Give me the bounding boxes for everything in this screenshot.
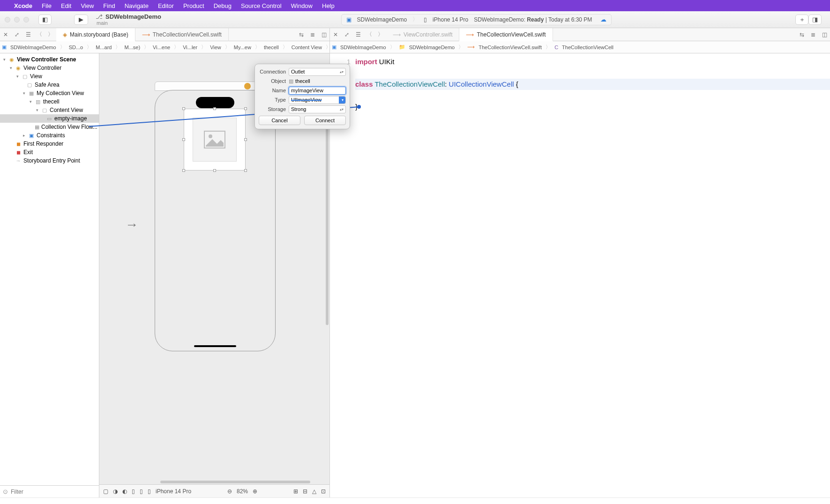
jump-segment[interactable]: SDWebImageDemo (338, 44, 388, 50)
jump-segment[interactable]: thecell (262, 44, 281, 50)
jump-segment[interactable]: My...ew (232, 44, 253, 50)
cancel-button[interactable]: Cancel (259, 116, 300, 125)
vc-icon[interactable] (244, 83, 251, 89)
outline-content-view[interactable]: ▾▢Content View (0, 106, 99, 114)
outline-entry-point[interactable]: →Storyboard Entry Point (0, 156, 99, 165)
menubar-app[interactable]: Xcode (14, 2, 32, 9)
activity-status-bar[interactable]: ▣ SDWebImageDemo 〉 ▯ iPhone 14 Pro SDWeb… (341, 14, 612, 25)
device-variant-button[interactable]: ▯ (140, 488, 143, 495)
canvas-device-label[interactable]: iPhone 14 Pro (156, 488, 191, 495)
resize-handle[interactable] (213, 169, 216, 172)
minimap-button[interactable]: ≣ (808, 30, 819, 40)
menu-source-control[interactable]: Source Control (241, 2, 282, 9)
library-button[interactable]: ＋ (795, 15, 808, 25)
zoom-window-icon[interactable] (23, 17, 29, 22)
close-window-icon[interactable] (5, 17, 10, 22)
jump-segment[interactable]: SD...o (67, 44, 85, 50)
outline-view-controller[interactable]: ▾◉View Controller (0, 64, 99, 72)
expand-editor-button[interactable]: ⤢ (341, 30, 352, 40)
canvas-options-button[interactable]: ◑ (113, 488, 118, 495)
selected-image-view[interactable] (184, 109, 246, 170)
connect-button[interactable]: Connect (304, 116, 346, 125)
expand-editor-button[interactable]: ⤢ (11, 30, 22, 40)
toggle-outline-button[interactable]: ▢ (103, 488, 108, 495)
embed-button[interactable]: ⊡ (321, 488, 326, 495)
resize-handle[interactable] (182, 107, 185, 110)
jump-segment[interactable]: TheCollectionViewCell.swift (477, 44, 544, 50)
add-editor-button[interactable]: ◫ (318, 30, 329, 40)
nav-forward-button[interactable]: 〉 (45, 30, 56, 40)
popover-type-select[interactable]: UIImageView▾ (289, 96, 346, 104)
menu-window[interactable]: Window (291, 2, 313, 9)
jump-segment[interactable]: SDWebImageDemo (8, 44, 58, 50)
resize-handle[interactable] (182, 138, 185, 141)
popover-connection-select[interactable]: Outlet▴▾ (289, 68, 346, 76)
add-editor-button[interactable]: ◫ (819, 30, 830, 40)
tab-viewcontroller-swift[interactable]: ⟶ ViewController.swift (386, 28, 459, 41)
menu-product[interactable]: Product (183, 2, 204, 9)
outline-first-responder[interactable]: ◼First Responder (0, 140, 99, 148)
resize-handle[interactable] (244, 138, 247, 141)
canvas-scrollbar-vertical[interactable] (326, 96, 329, 325)
menu-view[interactable]: View (81, 2, 94, 9)
adjust-editor-button[interactable]: ⇆ (796, 30, 808, 40)
menu-help[interactable]: Help (322, 2, 335, 9)
jump-segment[interactable]: M...se) (122, 44, 142, 50)
popover-storage-select[interactable]: Strong▴▾ (289, 105, 346, 113)
menu-navigate[interactable]: Navigate (125, 2, 149, 9)
jump-segment[interactable]: Content View (290, 44, 324, 50)
menu-file[interactable]: File (42, 2, 52, 9)
adjust-editor-button[interactable]: ⇆ (296, 30, 307, 40)
outline-scene[interactable]: ▾◉View Controller Scene (0, 55, 99, 64)
close-document-button[interactable]: ✕ (0, 30, 11, 40)
nav-back-button[interactable]: 〈 (364, 30, 375, 40)
tab-collectionviewcell-swift[interactable]: ⟶ TheCollectionViewCell.swift (135, 28, 229, 41)
menu-debug[interactable]: Debug (214, 2, 232, 9)
outline-exit[interactable]: ◼Exit (0, 148, 99, 156)
pin-button[interactable]: ⊟ (303, 488, 307, 495)
outline-image-view[interactable]: ▭empty-image (0, 114, 99, 123)
jump-segment[interactable]: M...ard (94, 44, 113, 50)
zoom-out-button[interactable]: ⊖ (227, 488, 232, 495)
nav-back-button[interactable]: 〈 (34, 30, 45, 40)
align-button[interactable]: ⊞ (293, 488, 298, 495)
jump-segment[interactable]: SDWebImageDemo (407, 44, 457, 50)
outline-view[interactable]: ▾▢View (0, 72, 99, 81)
outline-flow-layout[interactable]: ▦Collection View Flow... (0, 123, 99, 131)
related-items-button[interactable]: ☰ (352, 30, 364, 40)
left-jump-bar[interactable]: ▣ SDWebImageDemo〉 SD...o〉 M...ard〉 M...s… (0, 41, 329, 53)
jump-segment[interactable]: View (208, 44, 223, 50)
right-jump-bar[interactable]: ▣ SDWebImageDemo〉 📁 SDWebImageDemo〉 ⟶ Th… (330, 41, 830, 53)
run-button[interactable]: ▶ (74, 15, 88, 25)
minimap-button[interactable]: ≣ (307, 30, 318, 40)
menu-find[interactable]: Find (103, 2, 115, 9)
related-items-button[interactable]: ☰ (22, 30, 34, 40)
storyboard-entry-arrow-icon[interactable]: → (125, 217, 138, 232)
jump-segment[interactable]: Vi...ler (181, 44, 199, 50)
code-text[interactable]: import UIKit class TheCollectionViewCell… (355, 53, 830, 497)
resize-handle[interactable] (244, 107, 247, 110)
tab-main-storyboard[interactable]: ◈ Main.storyboard (Base) (56, 28, 135, 41)
toggle-navigator-button[interactable]: ◧ (38, 15, 52, 25)
outline-safe-area[interactable]: ▢Safe Area (0, 81, 99, 89)
jump-segment[interactable]: TheCollectionViewCell (560, 44, 615, 50)
outline-collection-view[interactable]: ▾▦My Collection View (0, 89, 99, 97)
toggle-inspector-button[interactable]: ◨ (808, 15, 822, 25)
resize-handle[interactable] (182, 169, 185, 172)
zoom-in-button[interactable]: ⊕ (253, 488, 257, 495)
scheme-selector[interactable]: ⎇ SDWebImageDemo main (96, 13, 161, 26)
device-button[interactable]: ▯ (148, 488, 151, 495)
cloud-icon[interactable]: ☁ (600, 16, 606, 23)
close-document-button[interactable]: ✕ (330, 30, 341, 40)
tab-collectionviewcell-swift[interactable]: ⟶ TheCollectionViewCell.swift (459, 28, 553, 41)
popover-name-input[interactable] (289, 87, 346, 95)
canvas-scrollbar-horizontal[interactable] (160, 481, 310, 483)
window-controls[interactable] (5, 17, 29, 22)
code-editor[interactable]: 1 import UIKit class TheCollectionViewCe… (330, 53, 830, 497)
outline-constraints[interactable]: ▸▣Constraints (0, 131, 99, 140)
outline-cell[interactable]: ▾▥thecell (0, 97, 99, 106)
outline-filter-input[interactable] (11, 489, 96, 495)
orientation-button[interactable]: ▯ (132, 488, 135, 495)
appearance-button[interactable]: ◐ (122, 488, 127, 495)
zoom-level[interactable]: 82% (237, 488, 248, 495)
